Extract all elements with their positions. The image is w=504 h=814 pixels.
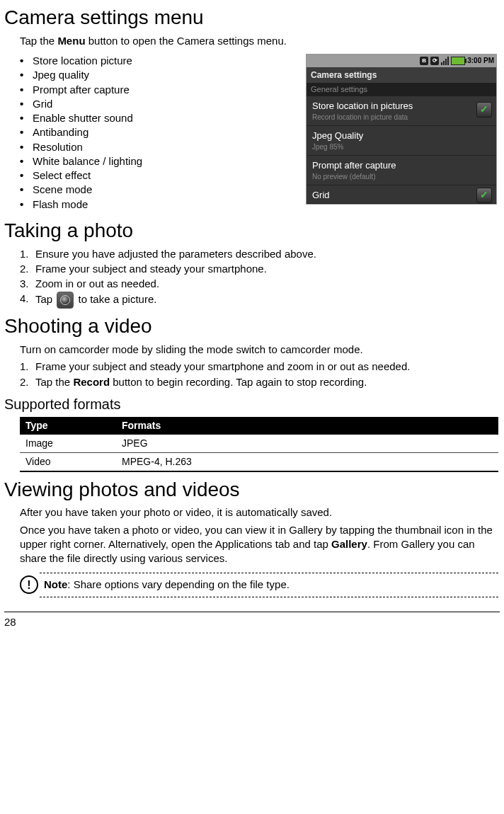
dashed-line (40, 597, 498, 597)
heading-taking-photo: Taking a photo (4, 217, 498, 244)
record-bold: Record (73, 376, 110, 388)
heading-supported-formats: Supported formats (4, 395, 498, 414)
gallery-bold: Gallery (331, 538, 367, 550)
dashed-line (40, 573, 498, 573)
table-header: Formats (116, 417, 498, 435)
paragraph-autosaved: After you have taken your photo or video… (20, 505, 498, 520)
table-header: Type (20, 417, 116, 435)
table-cell: MPEG-4, H.263 (116, 452, 498, 471)
photo-steps-list: Ensure you have adjusted the parameters … (20, 247, 498, 309)
table-row: Image JPEG (20, 435, 498, 452)
screenshot-row: Grid (307, 185, 496, 204)
list-item: Tap to take a picture. (20, 292, 498, 309)
row-title: Prompt after capture (312, 159, 491, 172)
text: button to begin recording. Tap again to … (110, 376, 367, 388)
text: to take a picture. (75, 293, 156, 305)
checkbox-icon (476, 102, 492, 117)
table-row: Video MPEG-4, H.263 (20, 452, 498, 471)
note-block: ! Note: Share options vary depending on … (20, 573, 498, 597)
heading-camera-settings: Camera settings menu (4, 4, 498, 31)
list-item: Select effect (20, 168, 302, 183)
settings-bullet-list: Store location picture Jpeg quality Prom… (20, 54, 302, 212)
battery-icon (451, 57, 465, 65)
paragraph-tap-menu: Tap the Menu button to open the Camera s… (20, 34, 498, 48)
shutter-icon (57, 292, 74, 309)
table-cell: Image (20, 435, 116, 452)
text: : Share options vary depending on the fi… (67, 578, 290, 590)
list-item: Ensure you have adjusted the parameters … (20, 247, 498, 261)
formats-table: Type Formats Image JPEG Video MPEG-4, H.… (20, 417, 498, 472)
list-item: White balance / lighting (20, 154, 302, 168)
alert-icon: ! (20, 575, 38, 594)
row-desc: Jpeg 85% (312, 142, 491, 152)
text: Tap the (20, 35, 57, 47)
table-cell: JPEG (116, 435, 498, 452)
row-desc: No preview (default) (312, 172, 491, 182)
bluetooth-icon: B (420, 57, 428, 65)
text: Tap the (35, 376, 73, 388)
list-item: Antibanding (20, 125, 302, 139)
list-item: Jpeg quality (20, 68, 302, 82)
checkbox-icon (476, 188, 492, 203)
note-text: Note: Share options vary depending on th… (40, 575, 498, 595)
sync-icon: ⟳ (430, 57, 439, 65)
list-item: Prompt after capture (20, 83, 302, 97)
menu-bold: Menu (57, 35, 85, 47)
text: button to open the Camera settings menu. (86, 35, 287, 47)
screenshot-row: Jpeg Quality Jpeg 85% (307, 126, 496, 156)
paragraph-gallery: Once you have taken a photo or video, yo… (20, 523, 498, 566)
list-item: Zoom in or out as needed. (20, 277, 498, 291)
list-item: Tap the Record button to begin recording… (20, 375, 498, 389)
list-item: Frame your subject and steady your smart… (20, 360, 498, 374)
row-title: Grid (312, 189, 491, 202)
screenshot-row: Store location in pictures Record locati… (307, 96, 496, 126)
video-steps-list: Frame your subject and steady your smart… (20, 360, 498, 389)
page-number: 28 (0, 612, 504, 639)
list-item: Store location picture (20, 54, 302, 68)
paragraph-camcorder: Turn on camcorder mode by sliding the mo… (20, 343, 498, 357)
list-item: Scene mode (20, 183, 302, 197)
list-item: Enable shutter sound (20, 111, 302, 125)
row-title: Jpeg Quality (312, 130, 491, 142)
table-cell: Video (20, 452, 116, 471)
signal-icon (441, 57, 449, 65)
row-title: Store location in pictures (312, 100, 491, 113)
text: Tap (35, 293, 55, 305)
list-item: Frame your subject and steady your smart… (20, 262, 498, 276)
screenshot-subtitle: General settings (307, 83, 496, 96)
screenshot-row: Prompt after capture No preview (default… (307, 156, 496, 185)
screenshot-camera-settings: B ⟳ 3:00 PM Camera settings General sett… (306, 54, 497, 205)
status-time: 3:00 PM (467, 56, 494, 66)
list-item: Flash mode (20, 197, 302, 212)
row-desc: Record location in picture data (312, 113, 491, 122)
list-item: Grid (20, 97, 302, 111)
screenshot-title: Camera settings (307, 67, 496, 83)
note-bold: Note (44, 578, 67, 590)
status-bar: B ⟳ 3:00 PM (307, 55, 496, 67)
heading-shooting-video: Shooting a video (4, 313, 498, 340)
table-header-row: Type Formats (20, 417, 498, 435)
list-item: Resolution (20, 140, 302, 154)
heading-viewing: Viewing photos and videos (4, 476, 498, 503)
